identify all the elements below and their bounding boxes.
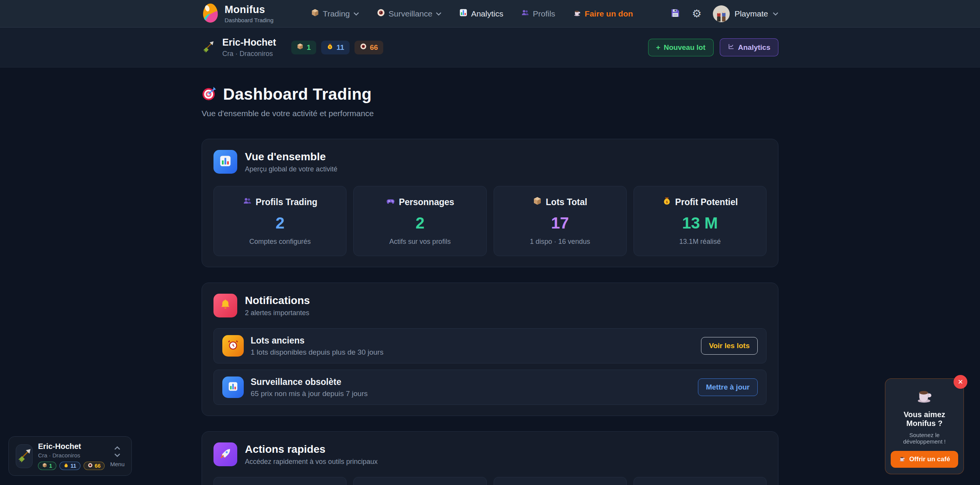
gear-icon: ⚙ <box>692 8 701 19</box>
nav-item-profils[interactable]: Profils <box>521 8 555 19</box>
brand[interactable]: Monifus Dashboard Trading <box>202 3 274 25</box>
arrow-icon <box>16 448 32 465</box>
arrow-icon <box>202 40 215 55</box>
watch-badge: 66 <box>355 41 383 54</box>
floppy-disk-icon <box>670 8 680 19</box>
action-analytics[interactable]: Analytics 13.1M Stats <box>634 477 767 485</box>
page-head: Dashboard Trading <box>202 85 778 104</box>
lots-badge: 1 <box>291 41 316 54</box>
user-menu-name: Playmate <box>734 9 768 18</box>
brand-tagline: Dashboard Trading <box>225 17 274 23</box>
bar-chart-icon <box>218 154 232 169</box>
money-bag-icon: $ <box>662 196 671 208</box>
notification-stale-watch: Surveillance obsolète 65 prix non mis à … <box>213 370 767 405</box>
profile-actions: + Nouveau lot Analytics <box>648 38 778 56</box>
target-icon <box>202 86 217 103</box>
notification-title: Surveillance obsolète <box>251 377 691 387</box>
action-profils[interactable]: Profils 2 2 Gérer vo <box>213 477 346 485</box>
top-navbar: Monifus Dashboard Trading Trading Survei… <box>0 0 980 28</box>
action-surveillance[interactable]: Surveillance Actif Marché <box>494 477 627 485</box>
nav-item-surveillance[interactable]: Surveillance <box>377 8 442 19</box>
overview-title: Vue d'ensemble <box>245 151 337 163</box>
user-widget-menu-control[interactable]: Menu <box>110 445 125 467</box>
main-content: Dashboard Trading Vue d'ensemble de votr… <box>202 67 778 485</box>
chart-line-icon <box>728 43 735 52</box>
eye-icon <box>360 43 367 52</box>
save-button[interactable] <box>670 8 680 19</box>
notification-old-lots: Lots anciens 1 lots disponibles depuis p… <box>213 328 767 363</box>
analytics-button[interactable]: Analytics <box>720 38 778 56</box>
money-pill: 11 <box>59 462 80 470</box>
chevron-down-icon <box>353 12 359 16</box>
user-widget-badges: 1 11 66 <box>38 462 105 470</box>
quick-actions-tile <box>213 442 237 466</box>
avatar <box>713 5 730 22</box>
overview-subtitle: Aperçu global de votre activité <box>245 165 337 173</box>
users-icon <box>521 8 529 19</box>
notification-title: Lots anciens <box>251 335 694 346</box>
profile-name: Eric-Hochet <box>222 37 276 48</box>
users-icon <box>243 196 252 208</box>
nav-item-trading[interactable]: Trading <box>311 8 359 19</box>
action-mon-trading[interactable]: Mon Trading 1 ✓ 16 Gé <box>353 477 486 485</box>
close-button[interactable]: ✕ <box>954 375 967 389</box>
donation-popup: ✕ Vous aimez Monifus ? Soutenez le dével… <box>885 378 964 474</box>
user-widget-info: Eric-Hochet Cra · Draconiros 1 11 66 <box>38 442 105 470</box>
profile-bar: Eric-Hochet Cra · Draconiros 1 $ 11 66 <box>0 28 980 67</box>
svg-text:$: $ <box>329 46 331 49</box>
bar-chart-icon <box>459 8 468 19</box>
notifications-tile <box>213 294 237 317</box>
money-badge: $ 11 <box>321 41 350 54</box>
stats-grid: Profils Trading 2 Comptes configurés Per… <box>213 186 767 256</box>
profile-identity: Eric-Hochet Cra · Draconiros <box>222 37 276 58</box>
nav-item-donate[interactable]: Faire un don <box>573 8 633 19</box>
notification-desc: 1 lots disponibles depuis plus de 30 jou… <box>251 348 694 357</box>
user-widget-avatar <box>16 444 33 468</box>
settings-button[interactable]: ⚙ <box>692 8 701 19</box>
profile-badges: 1 $ 11 66 <box>291 41 383 54</box>
update-button[interactable]: Mettre à jour <box>698 378 758 396</box>
stat-value: 13 M <box>639 214 761 232</box>
page-subtitle: Vue d'ensemble de votre activité et perf… <box>202 109 778 118</box>
box-icon <box>311 8 319 19</box>
box-icon <box>533 196 542 208</box>
see-lots-button[interactable]: Voir les lots <box>701 337 758 355</box>
quick-actions-subtitle: Accédez rapidement à vos outils principa… <box>245 458 378 466</box>
notifications-card: Notifications 2 alertes importantes Lots… <box>202 283 778 416</box>
new-lot-button[interactable]: + Nouveau lot <box>648 39 714 56</box>
money-bag-icon <box>64 463 69 469</box>
stat-value: 2 <box>219 214 341 232</box>
user-widget-name: Eric-Hochet <box>38 442 105 451</box>
nav-item-analytics[interactable]: Analytics <box>459 8 503 19</box>
chevron-down-icon <box>114 453 120 457</box>
stat-lots-total: Lots Total 17 1 dispo · 16 vendus <box>494 186 627 256</box>
notification-desc: 65 prix non mis à jour depuis 7 jours <box>251 390 691 398</box>
game-controller-icon <box>386 196 395 208</box>
quick-actions-title: Actions rapides <box>245 443 378 455</box>
profile-class-server: Cra · Draconiros <box>222 50 276 58</box>
brand-name: Monifus <box>225 4 274 16</box>
main-nav: Trading Surveillance Analytics <box>311 8 633 19</box>
eye-icon <box>377 8 385 19</box>
svg-text:$: $ <box>666 200 668 204</box>
user-menu[interactable]: Playmate <box>713 5 778 22</box>
actions-grid: Profils 2 2 Gérer vo <box>213 477 767 485</box>
close-icon: ✕ <box>958 378 963 386</box>
user-widget-subtitle: Cra · Draconiros <box>38 452 105 459</box>
overview-card: Vue d'ensemble Aperçu global de votre ac… <box>202 139 778 267</box>
notifications-list: Lots anciens 1 lots disponibles depuis p… <box>213 328 767 405</box>
plus-icon: + <box>656 43 660 52</box>
money-bag-icon: $ <box>327 43 333 52</box>
coffee-cup-icon <box>899 455 906 464</box>
old-lots-tile <box>222 335 244 357</box>
notifications-subtitle: 2 alertes importantes <box>245 309 310 317</box>
page-title: Dashboard Trading <box>223 85 372 104</box>
box-icon <box>297 43 304 52</box>
chevron-down-icon <box>436 12 442 16</box>
stat-personnages: Personnages 2 Actifs sur vos profils <box>353 186 486 256</box>
donation-title: Vous aimez Monifus ? <box>891 410 958 428</box>
stat-sub: 13.1M réalisé <box>639 238 761 246</box>
user-widget[interactable]: Eric-Hochet Cra · Draconiros 1 11 66 Men… <box>8 436 132 476</box>
watch-pill: 66 <box>84 462 105 470</box>
offer-coffee-button[interactable]: Offrir un café <box>891 451 958 468</box>
